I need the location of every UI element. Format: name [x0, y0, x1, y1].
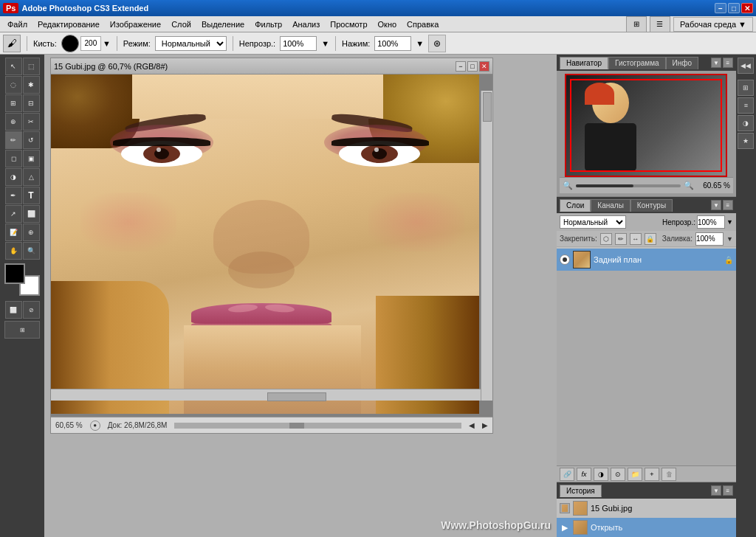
status-scroll[interactable] — [174, 423, 461, 429]
slice-tool[interactable]: ⊟ — [23, 94, 40, 112]
tab-navigator[interactable]: Навигатор — [560, 57, 608, 69]
layer-fx-btn[interactable]: fx — [577, 468, 591, 481]
brush-picker[interactable]: 200 ▼ — [61, 35, 111, 52]
panel-icon2[interactable]: ☰ — [650, 16, 670, 32]
status-scroll-thumb[interactable] — [289, 423, 304, 429]
lock-all-btn[interactable]: 🔒 — [645, 233, 656, 245]
layer-adjustment-btn[interactable]: ⊙ — [611, 468, 625, 481]
flow-dropdown-arrow[interactable]: ▼ — [416, 39, 424, 48]
shape-tool[interactable]: ⬜ — [23, 205, 40, 223]
quick-mask-btn[interactable]: ⊘ — [23, 301, 40, 319]
tab-info[interactable]: Инфо — [666, 57, 699, 69]
menu-help[interactable]: Справка — [402, 18, 443, 30]
menu-window[interactable]: Окно — [374, 18, 402, 30]
hand-tool[interactable]: ✋ — [5, 242, 22, 260]
layers-opacity-arrow[interactable]: ▼ — [726, 218, 733, 226]
workspace-button[interactable]: Рабочая среда ▼ — [673, 17, 753, 32]
nav-zoom-out-icon[interactable]: 🔍 — [563, 181, 573, 190]
tab-channels[interactable]: Каналы — [591, 199, 630, 212]
menu-view[interactable]: Просмотр — [326, 18, 371, 30]
layer-new-btn[interactable]: + — [645, 468, 659, 481]
layer-visibility-eye[interactable] — [560, 254, 570, 265]
history-item-1[interactable]: ▶ Открыть — [557, 518, 736, 537]
brush-tool-icon[interactable]: 🖌 — [3, 35, 21, 52]
standard-mode-btn[interactable]: ⬜ — [5, 301, 22, 319]
vertical-scrollbar[interactable] — [481, 91, 492, 401]
document-content[interactable] — [51, 75, 492, 417]
nav-zoom-in-icon[interactable]: 🔍 — [684, 181, 694, 190]
zoom-tool[interactable]: 🔍 — [23, 242, 40, 260]
screen-mode-btn[interactable]: ⊞ — [4, 321, 40, 339]
navigator-menu-btn[interactable]: ≡ — [723, 58, 733, 68]
text-tool[interactable]: T — [23, 187, 40, 204]
magic-select-tool[interactable]: ✱ — [23, 76, 40, 94]
heal-tool[interactable]: ⊕ — [5, 113, 22, 131]
lock-move-btn[interactable]: ↔ — [630, 233, 642, 245]
doc-close-btn[interactable]: ✕ — [479, 61, 489, 72]
doc-minimize-btn[interactable]: − — [456, 61, 466, 72]
brush-dropdown-arrow[interactable]: ▼ — [103, 39, 111, 48]
lock-transparent-btn[interactable]: ⬡ — [600, 233, 612, 245]
blur-tool[interactable]: △ — [23, 168, 40, 186]
sidebar-style-icon[interactable]: ★ — [738, 133, 754, 149]
lasso-tool[interactable]: ◌ — [5, 76, 22, 94]
lock-image-btn[interactable]: ✏ — [615, 233, 627, 245]
tab-paths[interactable]: Контуры — [630, 199, 673, 212]
layers-opacity-input[interactable] — [697, 215, 725, 229]
tab-layers[interactable]: Слои — [560, 199, 591, 212]
panel-icon1[interactable]: ⊞ — [626, 16, 647, 32]
close-button[interactable]: ✕ — [741, 3, 753, 13]
dodge-tool[interactable]: ◑ — [5, 168, 22, 186]
sidebar-layers-icon[interactable]: ≡ — [738, 97, 754, 114]
opacity-input[interactable] — [280, 36, 317, 51]
layer-link-btn[interactable]: 🔗 — [560, 468, 574, 481]
sidebar-adjust-icon[interactable]: ◑ — [738, 115, 754, 131]
scrollbar-thumb-v[interactable] — [483, 92, 492, 122]
minimize-button[interactable]: − — [715, 3, 726, 13]
opacity-dropdown-arrow[interactable]: ▼ — [321, 39, 329, 48]
tab-history[interactable]: История — [560, 485, 602, 497]
layers-collapse-btn[interactable]: ▼ — [711, 200, 721, 210]
layer-row-background[interactable]: Задний план 🔒 — [557, 249, 736, 271]
menu-filter[interactable]: Фильтр — [250, 18, 286, 30]
sidebar-nav-icon[interactable]: ⊞ — [738, 80, 754, 96]
brush-tool[interactable]: ✏ — [5, 131, 22, 149]
airbrush-btn[interactable]: ⊛ — [428, 35, 446, 52]
menu-analysis[interactable]: Анализ — [288, 18, 324, 30]
layers-mode-select[interactable]: Нормальный — [560, 215, 626, 229]
sidebar-collapse-btn[interactable]: ◀◀ — [738, 58, 754, 74]
history-brush-tool[interactable]: ↺ — [23, 131, 40, 149]
status-nav-next[interactable]: ▶ — [482, 421, 488, 429]
menu-image[interactable]: Изображение — [106, 18, 165, 30]
eraser-tool[interactable]: ◻ — [5, 150, 22, 167]
layer-group-btn[interactable]: 📁 — [628, 468, 642, 481]
path-select-tool[interactable]: ↗ — [5, 205, 22, 223]
mode-select[interactable]: Нормальный Растворение Умножение — [155, 36, 227, 51]
stamp-tool[interactable]: ✂ — [23, 113, 40, 131]
menu-select[interactable]: Выделение — [197, 18, 249, 30]
layer-mask-btn[interactable]: ◑ — [594, 468, 608, 481]
layers-fill-input[interactable] — [695, 232, 724, 246]
eyedropper-tool[interactable]: ⊕ — [23, 224, 40, 241]
history-item-0[interactable]: 15 Gubi.jpg — [557, 499, 736, 518]
history-collapse-btn[interactable]: ▼ — [711, 485, 721, 496]
select-tool[interactable]: ⬚ — [23, 58, 40, 75]
move-tool[interactable]: ↖ — [5, 58, 22, 75]
notes-tool[interactable]: 📝 — [5, 224, 22, 241]
foreground-color-box[interactable] — [4, 263, 25, 284]
crop-tool[interactable]: ⊞ — [5, 94, 22, 112]
doc-maximize-btn[interactable]: □ — [467, 61, 478, 72]
fill-tool[interactable]: ▣ — [23, 150, 40, 167]
layers-menu-btn[interactable]: ≡ — [723, 200, 733, 210]
scrollbar-thumb-h[interactable] — [267, 392, 326, 401]
history-menu-btn[interactable]: ≡ — [723, 485, 733, 496]
menu-layer[interactable]: Слой — [167, 18, 196, 30]
navigator-collapse-btn[interactable]: ▼ — [711, 58, 721, 68]
menu-edit[interactable]: Редактирование — [33, 18, 104, 30]
nav-zoom-slider[interactable] — [576, 184, 681, 187]
horizontal-scrollbar[interactable] — [51, 389, 481, 401]
status-nav-prev[interactable]: ◀ — [469, 421, 475, 429]
flow-input[interactable] — [374, 36, 411, 51]
layer-delete-btn[interactable]: 🗑 — [662, 468, 676, 481]
maximize-button[interactable]: □ — [728, 3, 740, 13]
